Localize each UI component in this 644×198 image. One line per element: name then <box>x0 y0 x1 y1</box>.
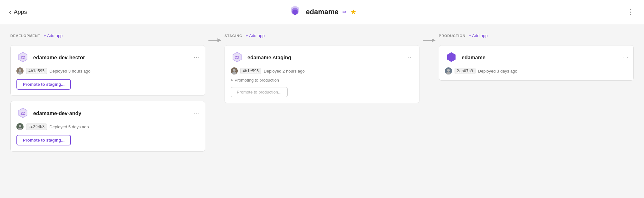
card-menu-dev-hector[interactable]: ⋮ <box>194 54 200 61</box>
svg-point-9 <box>19 125 21 127</box>
arrow-dev-to-staging <box>205 33 225 44</box>
back-chevron-icon: ‹ <box>9 8 11 16</box>
app-hex-icon-staging: ZZ <box>231 51 244 64</box>
app-hex-icon: ZZ <box>16 51 29 64</box>
promoting-label: Promoting to production <box>235 78 279 83</box>
deploy-time-staging: Deployed 2 hours ago <box>264 69 305 74</box>
development-column-header: DEVELOPMENT + Add app <box>10 33 205 38</box>
promote-staging-button-dev-andy[interactable]: Promote to staging... <box>16 135 71 145</box>
development-column: DEVELOPMENT + Add app ZZ edamame-dev-hec… <box>10 33 205 152</box>
app-name-dev-hector: edamame-dev-hector <box>33 55 85 61</box>
card-menu-dev-andy[interactable]: ⋮ <box>194 110 200 117</box>
header-center: edamame ✏ ★ <box>288 5 356 19</box>
staging-add-app-button[interactable]: + Add app <box>245 33 264 38</box>
app-hex-icon-production <box>445 51 458 64</box>
promoting-status: Promoting to production <box>231 78 414 83</box>
avatar-production <box>445 67 452 74</box>
svg-point-16 <box>232 72 236 74</box>
pipeline-container: DEVELOPMENT + Add app ZZ edamame-dev-hec… <box>0 24 644 198</box>
staging-label: STAGING <box>225 34 242 38</box>
svg-point-10 <box>18 128 22 130</box>
commit-hash-production: 2cb07b9 <box>455 68 476 74</box>
arrow-staging-to-production <box>419 33 439 44</box>
card-meta-staging: 4b1e595 Deployed 2 hours ago <box>231 67 414 74</box>
staging-column: STAGING + Add app ZZ edamame-staging ⋮ <box>225 33 419 103</box>
card-top-staging: ZZ edamame-staging ⋮ <box>231 51 414 64</box>
apps-label: Apps <box>14 9 27 15</box>
favorite-star-icon[interactable]: ★ <box>351 8 356 16</box>
app-name-dev-andy: edamame-dev-andy <box>33 111 81 116</box>
card-icon-name-staging: ZZ edamame-staging <box>231 51 291 64</box>
staging-column-header: STAGING + Add app <box>225 33 419 38</box>
card-top-andy: ZZ edamame-dev-andy ⋮ <box>16 107 200 120</box>
card-menu-production[interactable]: ⋮ <box>622 54 628 61</box>
avatar-staging <box>231 67 238 74</box>
promote-staging-button-dev-hector[interactable]: Promote to staging... <box>16 79 71 90</box>
avatar-dev-hector <box>16 67 24 74</box>
deploy-time-production: Deployed 3 days ago <box>478 69 517 74</box>
card-menu-staging[interactable]: ⋮ <box>408 54 414 61</box>
card-icon-name-andy: ZZ edamame-dev-andy <box>16 107 81 120</box>
development-label: DEVELOPMENT <box>10 34 40 38</box>
deploy-time-dev-hector: Deployed 3 hours ago <box>50 69 91 74</box>
app-card-edamame-production: edamame ⋮ 2cb07b9 Deployed 3 days ago <box>439 45 634 81</box>
development-add-app-button[interactable]: + Add app <box>43 33 62 38</box>
card-meta-dev-hector: 4b1e595 Deployed 3 hours ago <box>16 67 200 74</box>
vertical-dots-icon: ⋮ <box>627 8 635 16</box>
svg-text:ZZ: ZZ <box>21 55 25 60</box>
card-icon-name-production: edamame <box>445 51 485 64</box>
production-column: PRODUCTION + Add app edamame ⋮ <box>439 33 634 81</box>
card-meta-dev-andy: cc294b8 Deployed 5 days ago <box>16 123 200 130</box>
card-icon-name: ZZ edamame-dev-hector <box>16 51 85 64</box>
app-name: edamame <box>306 8 339 16</box>
svg-text:ZZ: ZZ <box>21 111 25 116</box>
svg-point-21 <box>446 72 451 74</box>
edit-icon[interactable]: ✏ <box>342 9 347 15</box>
deploy-time-dev-andy: Deployed 5 days ago <box>50 124 89 129</box>
commit-hash-dev-andy: cc294b8 <box>26 124 47 130</box>
promote-production-button-staging: Promote to production... <box>231 87 288 97</box>
app-card-edamame-staging: ZZ edamame-staging ⋮ 4b1e595 Deployed 2 … <box>225 45 419 103</box>
svg-marker-12 <box>217 38 221 42</box>
card-top: ZZ edamame-dev-hector ⋮ <box>16 51 200 64</box>
avatar-dev-andy <box>16 123 24 130</box>
app-name-staging: edamame-staging <box>247 55 291 61</box>
svg-text:ZZ: ZZ <box>235 55 240 60</box>
app-logo-icon <box>288 5 302 19</box>
back-navigation[interactable]: ‹ Apps <box>9 8 27 16</box>
header: ‹ Apps edamame ✏ ★ ⋮ <box>0 0 644 24</box>
app-card-edamame-dev-andy: ZZ edamame-dev-andy ⋮ cc294b8 Deployed 5… <box>10 101 205 152</box>
commit-hash-dev-hector: 4b1e595 <box>26 68 47 74</box>
production-add-app-button[interactable]: + Add app <box>469 33 488 38</box>
production-label: PRODUCTION <box>439 34 466 38</box>
card-top-production: edamame ⋮ <box>445 51 628 64</box>
commit-hash-staging: 4b1e595 <box>240 68 261 74</box>
svg-marker-18 <box>432 38 436 42</box>
header-menu-button[interactable]: ⋮ <box>627 8 635 16</box>
svg-point-20 <box>447 69 450 72</box>
app-card-edamame-dev-hector: ZZ edamame-dev-hector ⋮ 4b1e595 Deployed… <box>10 45 205 96</box>
svg-point-6 <box>18 72 22 74</box>
app-hex-icon-andy: ZZ <box>16 107 29 120</box>
production-column-header: PRODUCTION + Add app <box>439 33 634 38</box>
app-name-production: edamame <box>462 55 485 61</box>
svg-point-5 <box>19 69 21 72</box>
svg-marker-19 <box>447 52 456 62</box>
promoting-dot <box>231 79 233 81</box>
svg-point-15 <box>233 69 235 72</box>
card-meta-production: 2cb07b9 Deployed 3 days ago <box>445 67 628 74</box>
